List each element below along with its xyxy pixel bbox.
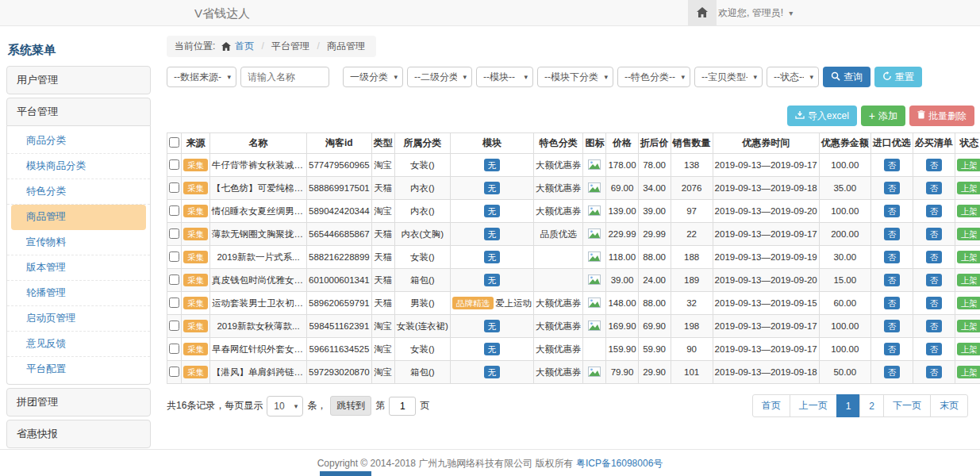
must-buy-toggle[interactable]: 否 <box>926 205 943 217</box>
row-checkbox[interactable] <box>169 182 179 193</box>
sidebar-item-意见反馈[interactable]: 意见反馈 <box>7 332 150 357</box>
filter-select-module-subcategory[interactable]: --模块下分类-- <box>537 67 613 87</box>
status-badge[interactable]: 上架 <box>957 205 980 217</box>
import-select-toggle[interactable]: 否 <box>884 159 901 171</box>
status-cell: 上架 <box>955 315 980 338</box>
app-title: V省钱达人 <box>194 0 250 26</box>
row-checkbox[interactable] <box>169 159 179 170</box>
import-select-cell: 否 <box>870 269 913 292</box>
home-button[interactable] <box>688 0 717 26</box>
sidebar-item-特色分类[interactable]: 特色分类 <box>7 179 150 205</box>
status-badge[interactable]: 上架 <box>957 182 980 194</box>
filter-select-feature-category[interactable]: --特色分类-- <box>617 67 690 87</box>
source-cell: 采集 <box>182 177 210 200</box>
filter-select-status[interactable]: --状态-- <box>767 67 819 87</box>
sidebar-item-用户管理[interactable]: 用户管理 <box>6 66 151 94</box>
row-checkbox[interactable] <box>169 205 179 216</box>
pagination-buttons: 首页上一页12下一页末页 <box>752 394 968 417</box>
must-buy-toggle[interactable]: 否 <box>926 366 943 378</box>
taoke-id-cell: 589042420344 <box>307 200 372 223</box>
must-buy-toggle[interactable]: 否 <box>926 251 943 263</box>
filter-select-data-source[interactable]: --数据来源-- <box>167 67 236 87</box>
row-checkbox[interactable] <box>169 344 179 354</box>
page-button-下一页[interactable]: 下一页 <box>883 394 931 417</box>
sidebar-item-轮播管理[interactable]: 轮播管理 <box>7 281 150 306</box>
icon-cell <box>583 292 606 315</box>
import-select-toggle[interactable]: 否 <box>884 320 901 332</box>
must-buy-toggle[interactable]: 否 <box>926 343 943 355</box>
breadcrumb-home-link[interactable]: 首页 <box>235 40 254 52</box>
feature-category-cell: 品质优选 <box>533 223 583 246</box>
import-select-toggle[interactable]: 否 <box>884 343 901 355</box>
query-button[interactable]: 查询 <box>823 67 870 87</box>
reset-button[interactable]: 重置 <box>874 67 922 87</box>
import-select-toggle[interactable]: 否 <box>884 205 901 217</box>
must-buy-toggle[interactable]: 否 <box>926 182 943 194</box>
sidebar-item-商品管理[interactable]: 商品管理 <box>11 205 146 230</box>
column-header-优惠券时间: 优惠券时间 <box>713 133 819 154</box>
goods-name-cell: 2019新款女秋薄款... <box>210 315 307 338</box>
column-header-价格: 价格 <box>606 133 638 154</box>
page-button-2[interactable]: 2 <box>859 394 884 417</box>
status-badge[interactable]: 上架 <box>957 297 980 309</box>
row-checkbox[interactable] <box>169 228 179 239</box>
select-all-checkbox[interactable] <box>169 137 179 148</box>
jump-button[interactable]: 跳转到 <box>330 396 371 416</box>
sidebar-item-商品分类[interactable]: 商品分类 <box>7 129 150 154</box>
import-select-toggle[interactable]: 否 <box>884 182 901 194</box>
user-menu[interactable]: 欢迎您, 管理员! ▾ <box>718 0 793 26</box>
status-badge[interactable]: 上架 <box>957 228 980 240</box>
status-badge[interactable]: 上架 <box>957 320 980 332</box>
import-select-toggle[interactable]: 否 <box>884 366 901 378</box>
sidebar-item-宣传物料[interactable]: 宣传物料 <box>7 230 150 255</box>
page-button-末页[interactable]: 末页 <box>930 394 968 417</box>
source-badge: 采集 <box>183 205 208 217</box>
sidebar-item-启动页管理[interactable]: 启动页管理 <box>7 306 150 332</box>
import-select-toggle[interactable]: 否 <box>884 274 901 286</box>
status-badge[interactable]: 上架 <box>957 366 980 378</box>
page-button-上一页[interactable]: 上一页 <box>790 394 837 417</box>
batch-delete-button[interactable]: 批量删除 <box>909 106 974 126</box>
row-checkbox[interactable] <box>169 321 179 331</box>
row-checkbox[interactable] <box>169 298 179 308</box>
status-badge[interactable]: 上架 <box>957 159 980 171</box>
sidebar-item-平台管理[interactable]: 平台管理 <box>6 98 151 126</box>
must-buy-toggle[interactable]: 否 <box>926 274 943 286</box>
add-button[interactable]: + 添加 <box>861 106 905 126</box>
page-button-1[interactable]: 1 <box>836 394 861 417</box>
sidebar-item-省惠快报[interactable]: 省惠快报 <box>6 420 151 448</box>
status-badge[interactable]: 上架 <box>957 274 980 286</box>
import-excel-button[interactable]: 导入excel <box>787 106 857 126</box>
status-badge[interactable]: 上架 <box>957 343 980 355</box>
price-cell: 118.00 <box>606 246 638 269</box>
import-select-toggle[interactable]: 否 <box>884 297 901 309</box>
sidebar-item-版本管理[interactable]: 版本管理 <box>7 255 150 281</box>
import-select-cell: 否 <box>870 315 913 338</box>
filter-select-item-type[interactable]: --宝贝类型-- <box>694 67 763 87</box>
type-cell: 天猫 <box>371 223 394 246</box>
row-checkbox[interactable] <box>169 251 179 262</box>
import-select-toggle[interactable]: 否 <box>884 251 901 263</box>
per-page-select[interactable]: 10 <box>267 396 303 416</box>
must-buy-toggle[interactable]: 否 <box>926 228 943 240</box>
import-select-toggle[interactable]: 否 <box>884 228 901 240</box>
must-buy-toggle[interactable]: 否 <box>926 320 943 332</box>
sidebar-item-平台配置[interactable]: 平台配置 <box>7 357 150 382</box>
filter-select-module[interactable]: --模块-- <box>476 67 533 87</box>
status-badge[interactable]: 上架 <box>957 251 980 263</box>
name-search-input[interactable] <box>240 67 329 87</box>
row-checkbox[interactable] <box>169 274 179 285</box>
row-checkbox[interactable] <box>169 367 179 377</box>
sidebar-item-拼团管理[interactable]: 拼团管理 <box>6 388 151 416</box>
source-cell: 采集 <box>182 361 210 384</box>
page-button-首页[interactable]: 首页 <box>752 394 790 417</box>
sidebar-item-模块商品分类[interactable]: 模块商品分类 <box>7 154 150 179</box>
filter-select-level1-category[interactable]: 一级分类 <box>343 67 403 87</box>
icp-link[interactable]: 粤ICP备16098006号 <box>576 458 663 469</box>
jump-page-input[interactable] <box>389 397 416 416</box>
filter-select-level2-category[interactable]: --二级分类-- <box>407 67 472 87</box>
import-select-cell: 否 <box>870 177 913 200</box>
must-buy-toggle[interactable]: 否 <box>926 297 943 309</box>
must-buy-toggle[interactable]: 否 <box>926 159 943 171</box>
icon-cell <box>583 338 606 361</box>
